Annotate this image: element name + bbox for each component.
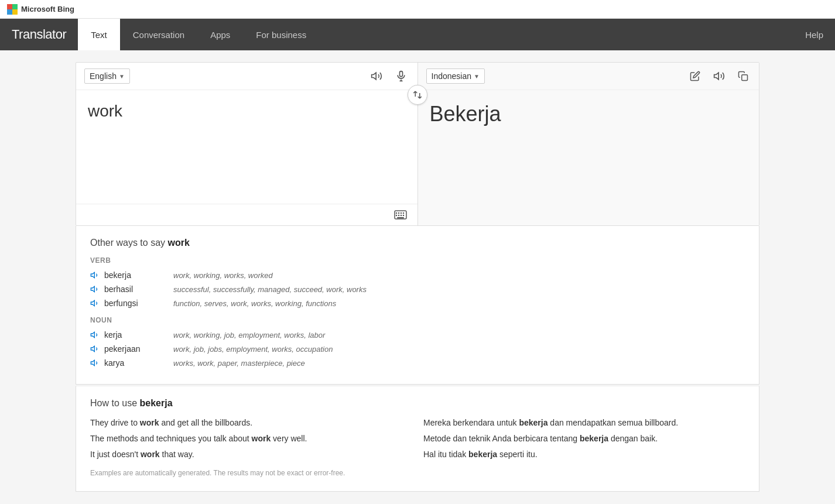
target-language-select[interactable]: Indonesian ▼ (426, 68, 485, 84)
source-icons (368, 69, 409, 83)
nav-tab-for-business[interactable]: For business (243, 19, 319, 50)
target-language-dropdown-arrow: ▼ (474, 73, 480, 80)
icon-blue (7, 9, 12, 15)
dict-word-berfungsi: berfungsi (104, 299, 169, 308)
bing-logo: Microsoft Bing (7, 4, 74, 15)
translator-box: English ▼ (76, 62, 759, 226)
example-pair-1: They drive to work and get all the billb… (90, 417, 745, 429)
target-icons (687, 69, 751, 83)
speak-kerja-button[interactable] (90, 330, 100, 340)
navbar: Translator Text Conversation Apps For bu… (0, 19, 835, 50)
dict-word-kerja: kerja (104, 330, 169, 340)
svg-marker-19 (91, 332, 94, 337)
example-2-id: Metode dan teknik Anda berbicara tentang… (423, 433, 745, 445)
source-header: English ▼ (76, 63, 418, 90)
source-language-dropdown-arrow: ▼ (119, 73, 125, 80)
example-pair-3: It just doesn't work that way. Hal itu t… (90, 448, 745, 461)
dict-word-berhasil: berhasil (104, 284, 169, 294)
svg-marker-16 (91, 272, 94, 277)
icon-green (12, 4, 18, 9)
nav-help[interactable]: Help (793, 30, 835, 40)
dict-alts-pekerjaan: work, job, jobs, employment, works, occu… (173, 345, 333, 354)
examples-title-word: bekerja (139, 398, 172, 408)
nav-tab-conversation[interactable]: Conversation (120, 19, 197, 50)
nav-brand: Translator (0, 27, 78, 42)
examples-title: How to use bekerja (90, 398, 745, 409)
dictionary-section: Other ways to say work VERB bekerja work… (76, 226, 759, 385)
dict-alts-berhasil: successful, successfully, managed, succe… (173, 285, 367, 294)
keyboard-button[interactable] (392, 209, 409, 221)
svg-marker-0 (371, 73, 376, 80)
bing-icon (7, 4, 18, 15)
pos-noun-label: NOUN (90, 316, 745, 324)
dict-alts-berfungsi: function, serves, work, works, working, … (173, 299, 336, 308)
dict-alts-karya: works, work, paper, masterpiece, piece (173, 359, 305, 368)
nav-tab-apps[interactable]: Apps (197, 19, 243, 50)
speak-berfungsi-button[interactable] (90, 299, 100, 308)
dict-entry-pekerjaan: pekerjaan work, job, jobs, employment, w… (90, 342, 745, 356)
source-text-input[interactable]: work (76, 90, 418, 204)
examples-section: How to use bekerja They drive to work an… (76, 386, 759, 492)
speak-berhasil-button[interactable] (90, 284, 100, 294)
nav-links: Text Conversation Apps For business (78, 19, 319, 50)
icon-red (7, 4, 12, 9)
svg-rect-15 (742, 75, 748, 81)
source-speak-button[interactable] (368, 69, 385, 83)
dictionary-title-word: work (168, 238, 190, 248)
example-1-en: They drive to work and get all the billb… (90, 417, 412, 429)
main: English ▼ (66, 62, 769, 492)
dictionary-title: Other ways to say work (90, 238, 745, 248)
target-language-label: Indonesian (432, 71, 472, 81)
target-panel: Indonesian ▼ (418, 63, 759, 225)
target-translation-text: Bekerja (418, 90, 759, 225)
target-speak-button[interactable] (711, 69, 727, 83)
topbar: Microsoft Bing (0, 0, 835, 19)
example-3-en: It just doesn't work that way. (90, 448, 412, 461)
example-pair-2: The methods and techniques you talk abou… (90, 433, 745, 445)
dict-word-bekerja: bekerja (104, 270, 169, 280)
dict-word-pekerjaan: pekerjaan (104, 344, 169, 354)
source-footer (76, 204, 418, 225)
dict-entry-kerja: kerja work, working, job, employment, wo… (90, 328, 745, 342)
pos-verb-label: VERB (90, 256, 745, 265)
speak-pekerjaan-button[interactable] (90, 344, 100, 354)
brand-name: Microsoft Bing (21, 5, 74, 13)
target-header: Indonesian ▼ (418, 63, 759, 90)
dict-alts-kerja: work, working, job, employment, works, l… (173, 331, 325, 340)
svg-marker-20 (91, 346, 94, 351)
source-language-label: English (90, 71, 117, 81)
dict-entry-bekerja: bekerja work, working, works, worked (90, 268, 745, 282)
icon-yellow (12, 9, 18, 15)
source-mic-button[interactable] (393, 69, 409, 83)
example-2-en: The methods and techniques you talk abou… (90, 433, 412, 445)
svg-marker-21 (91, 360, 94, 365)
svg-marker-17 (91, 286, 94, 292)
dict-entry-berfungsi: berfungsi function, serves, work, works,… (90, 296, 745, 310)
speak-karya-button[interactable] (90, 358, 100, 368)
target-copy-button[interactable] (735, 70, 751, 83)
swap-button[interactable] (408, 85, 427, 105)
examples-note: Examples are automatically generated. Th… (90, 469, 745, 477)
example-3-id: Hal itu tidak bekerja seperti itu. (423, 448, 745, 461)
svg-marker-14 (714, 73, 719, 80)
svg-marker-18 (91, 300, 94, 306)
dict-alts-bekerja: work, working, works, worked (173, 271, 273, 280)
source-panel: English ▼ (76, 63, 418, 225)
speak-bekerja-button[interactable] (90, 270, 100, 280)
dict-entry-karya: karya works, work, paper, masterpiece, p… (90, 356, 745, 370)
source-language-select[interactable]: English ▼ (84, 68, 130, 84)
nav-tab-text[interactable]: Text (78, 19, 120, 50)
dict-word-karya: karya (104, 358, 169, 368)
dict-entry-berhasil: berhasil successful, successfully, manag… (90, 282, 745, 296)
example-1-id: Mereka berkendara untuk bekerja dan mend… (423, 417, 745, 429)
svg-rect-1 (399, 71, 402, 77)
target-edit-button[interactable] (687, 70, 703, 83)
